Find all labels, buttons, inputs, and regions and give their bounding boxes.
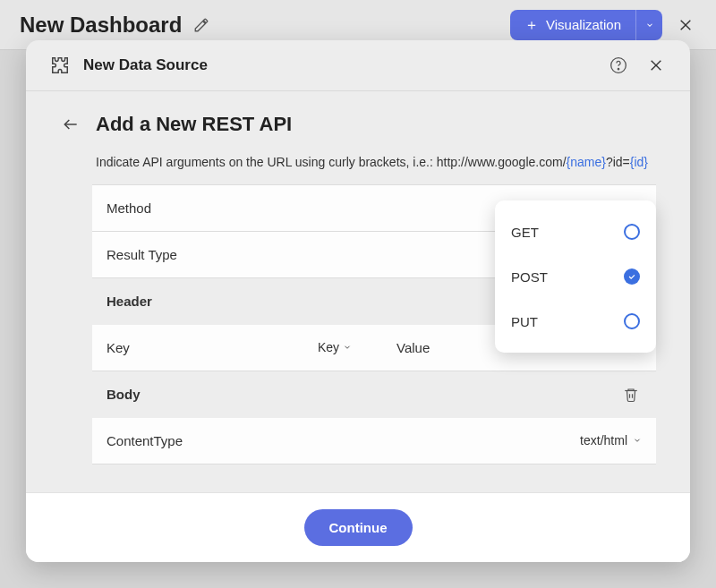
method-option-label: PUT bbox=[511, 314, 538, 329]
content-type-row[interactable]: ContentType text/html bbox=[92, 418, 656, 464]
header-key-label: Key bbox=[107, 340, 130, 355]
section-title-row: Add a New REST API bbox=[60, 113, 656, 136]
method-option-get[interactable]: GET bbox=[495, 209, 656, 254]
visualization-button-label: Visualization bbox=[546, 17, 621, 32]
continue-button[interactable]: Continue bbox=[304, 509, 413, 546]
result-type-label: Result Type bbox=[107, 247, 177, 262]
modal-header-title: New Data Source bbox=[83, 56, 208, 74]
visualization-button[interactable]: ＋ Visualization bbox=[510, 10, 662, 40]
close-modal-icon[interactable] bbox=[645, 55, 667, 76]
topbar-right: ＋ Visualization bbox=[510, 10, 696, 40]
dashboard-title: New Dashboard bbox=[20, 13, 182, 38]
method-option-post[interactable]: POST bbox=[495, 254, 656, 299]
modal-header-right bbox=[608, 55, 667, 76]
delete-body-icon[interactable] bbox=[620, 384, 642, 405]
content-type-label: ContentType bbox=[107, 433, 183, 448]
plus-icon: ＋ bbox=[524, 18, 539, 32]
hint-param1: {name} bbox=[567, 155, 606, 169]
body-section-label: Body bbox=[107, 387, 141, 402]
modal-header: New Data Source bbox=[26, 40, 690, 91]
header-key-select[interactable]: Key bbox=[318, 340, 352, 354]
section-title: Add a New REST API bbox=[96, 113, 292, 136]
hint-prefix: Indicate API arguments on the URL using … bbox=[96, 155, 567, 169]
modal-footer: Continue bbox=[26, 492, 690, 562]
close-page-icon[interactable] bbox=[675, 14, 696, 36]
hint-text: Indicate API arguments on the URL using … bbox=[92, 154, 656, 185]
header-key-cell[interactable]: Key Key bbox=[107, 340, 379, 355]
method-option-put[interactable]: PUT bbox=[495, 299, 656, 344]
modal-header-left: New Data Source bbox=[49, 55, 208, 76]
back-arrow-icon[interactable] bbox=[60, 114, 81, 135]
header-section-label: Header bbox=[107, 294, 152, 309]
method-label: Method bbox=[107, 200, 151, 216]
topbar-left: New Dashboard bbox=[20, 13, 212, 38]
hint-param2: {id} bbox=[630, 155, 648, 169]
data-source-modal: New Data Source Add a New REST API Indic… bbox=[26, 40, 690, 562]
radio-on-icon bbox=[624, 268, 640, 285]
method-option-label: GET bbox=[511, 225, 539, 240]
radio-off-icon bbox=[624, 224, 640, 240]
method-option-label: POST bbox=[511, 269, 548, 285]
help-icon[interactable] bbox=[608, 55, 629, 76]
edit-title-icon[interactable] bbox=[191, 14, 212, 36]
content-type-value: text/html bbox=[580, 433, 642, 447]
puzzle-icon bbox=[49, 55, 71, 76]
radio-off-icon bbox=[624, 313, 640, 329]
method-popover: GET POST PUT bbox=[495, 200, 656, 353]
hint-mid: ?id= bbox=[606, 155, 630, 169]
body-section-row: Body bbox=[92, 371, 656, 418]
visualization-button-dropdown[interactable] bbox=[635, 10, 662, 40]
header-value-label: Value bbox=[396, 340, 430, 355]
modal-body: Add a New REST API Indicate API argument… bbox=[26, 91, 690, 492]
svg-point-3 bbox=[618, 69, 618, 70]
visualization-button-main[interactable]: ＋ Visualization bbox=[510, 10, 635, 40]
